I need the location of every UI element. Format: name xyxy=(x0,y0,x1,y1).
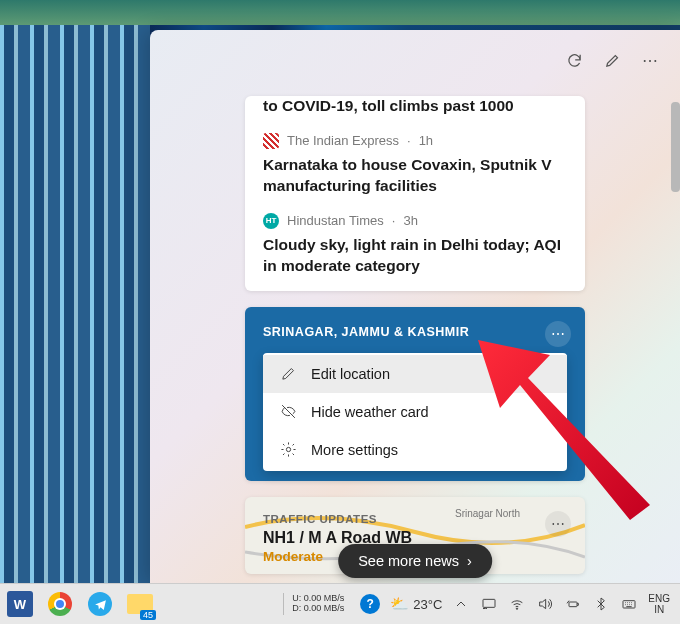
svg-point-0 xyxy=(286,447,290,451)
dot: · xyxy=(407,133,411,148)
weather-location: SRINAGAR, JAMMU & KASHMIR xyxy=(263,325,567,339)
news-headline[interactable]: to COVID-19, toll climbs past 1000 xyxy=(263,96,567,117)
dot: · xyxy=(392,213,396,228)
taskbar: W 45 U: 0.00 MB/s D: 0.00 MB/s ? ⛅ 23°C … xyxy=(0,583,680,624)
hide-icon xyxy=(279,403,297,421)
svg-rect-1 xyxy=(483,599,495,607)
tray-temp: 23°C xyxy=(413,597,442,612)
hindustan-times-icon: HT xyxy=(263,213,279,229)
taskbar-chrome[interactable] xyxy=(40,584,80,624)
see-more-news-button[interactable]: See more news › xyxy=(338,544,492,578)
system-tray: ⛅ 23°C ENG IN xyxy=(390,593,680,615)
menu-label: More settings xyxy=(311,442,398,458)
weather-more-button[interactable]: ⋯ xyxy=(545,321,571,347)
weather-context-menu: Edit location Hide weather card More set… xyxy=(263,353,567,471)
chevron-up-icon[interactable] xyxy=(452,595,470,613)
taskbar-help[interactable]: ? xyxy=(350,584,390,624)
menu-label: Hide weather card xyxy=(311,404,429,420)
separator xyxy=(283,593,284,615)
gear-icon xyxy=(279,441,297,459)
scrollbar-thumb[interactable] xyxy=(671,102,680,192)
menu-edit-location[interactable]: Edit location xyxy=(263,355,567,393)
svg-rect-3 xyxy=(569,602,577,607)
wifi-icon[interactable] xyxy=(508,595,526,613)
news-card: to COVID-19, toll climbs past 1000 The I… xyxy=(245,96,585,291)
battery-icon[interactable] xyxy=(564,595,582,613)
weather-tray[interactable]: ⛅ 23°C xyxy=(390,595,442,613)
news-headline[interactable]: Cloudy sky, light rain in Delhi today; A… xyxy=(263,235,567,277)
menu-more-settings[interactable]: More settings xyxy=(263,431,567,469)
taskbar-telegram[interactable] xyxy=(80,584,120,624)
news-source: HT Hindustan Times · 3h xyxy=(263,213,567,229)
news-age: 1h xyxy=(419,133,433,148)
news-item[interactable]: The Indian Express · 1h Karnataka to hou… xyxy=(263,117,567,197)
traffic-more-button[interactable]: ⋯ xyxy=(545,511,571,537)
traffic-label: TRAFFIC UPDATES xyxy=(263,513,567,525)
cast-icon[interactable] xyxy=(480,595,498,613)
bluetooth-icon[interactable] xyxy=(592,595,610,613)
source-name: The Indian Express xyxy=(287,133,399,148)
see-more-label: See more news xyxy=(358,553,459,569)
volume-icon[interactable] xyxy=(536,595,554,613)
menu-hide-card[interactable]: Hide weather card xyxy=(263,393,567,431)
edit-button[interactable] xyxy=(596,44,628,76)
keyboard-icon[interactable] xyxy=(620,595,638,613)
network-monitor[interactable]: U: 0.00 MB/s D: 0.00 MB/s xyxy=(286,594,350,614)
news-headline[interactable]: Karnataka to house Covaxin, Sputnik V ma… xyxy=(263,155,567,197)
badge: 45 xyxy=(140,610,156,620)
chevron-right-icon: › xyxy=(467,553,472,569)
news-item[interactable]: HT Hindustan Times · 3h Cloudy sky, ligh… xyxy=(263,197,567,277)
more-button[interactable]: ⋯ xyxy=(634,44,666,76)
pencil-icon xyxy=(279,365,297,383)
taskbar-word[interactable]: W xyxy=(0,584,40,624)
menu-label: Edit location xyxy=(311,366,390,382)
feed-column: to COVID-19, toll climbs past 1000 The I… xyxy=(245,30,585,584)
weather-card: SRINAGAR, JAMMU & KASHMIR ⋯ Edit locatio… xyxy=(245,307,585,481)
source-name: Hindustan Times xyxy=(287,213,384,228)
svg-point-2 xyxy=(517,608,518,609)
news-age: 3h xyxy=(403,213,417,228)
taskbar-files[interactable]: 45 xyxy=(120,584,160,624)
widgets-flyout: ⋯ to COVID-19, toll climbs past 1000 The… xyxy=(150,30,680,584)
indian-express-icon xyxy=(263,133,279,149)
language-indicator[interactable]: ENG IN xyxy=(648,593,670,615)
news-source: The Indian Express · 1h xyxy=(263,133,567,149)
weather-icon: ⛅ xyxy=(390,595,409,613)
